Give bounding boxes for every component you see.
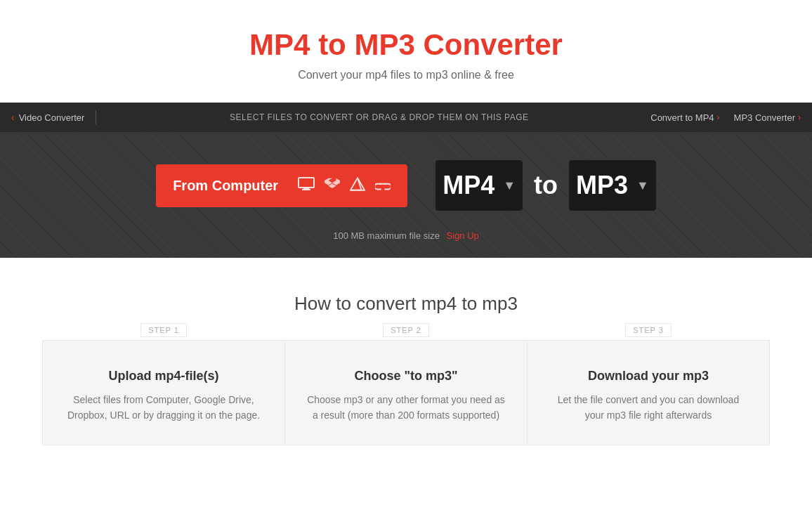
how-to-section: How to convert mp4 to mp3 STEP 1 Upload … — [0, 258, 812, 473]
step-label-wrap-1: STEP 1 — [64, 331, 263, 356]
step-title-2: Choose "to mp3" — [306, 369, 506, 384]
format-to-label: to — [534, 171, 558, 200]
svg-rect-1 — [303, 188, 309, 189]
to-format-arrow: ▼ — [636, 178, 649, 193]
page-subtitle: Convert your mp4 files to mp3 online & f… — [14, 69, 798, 81]
nav-center-text: SELECT FILES TO CONVERT OR DRAG & DROP T… — [107, 112, 650, 122]
dropbox-icon — [325, 177, 340, 195]
page-header: MP4 to MP3 Converter Convert your mp4 fi… — [0, 0, 812, 103]
chevron-right-icon-mp4: › — [717, 112, 720, 122]
steps-container: STEP 1 Upload mp4-file(s) Select files f… — [42, 340, 770, 445]
page-title: MP4 to MP3 Converter — [14, 28, 798, 62]
step-1: STEP 1 Upload mp4-file(s) Select files f… — [42, 340, 285, 445]
from-format-arrow: ▼ — [503, 178, 516, 193]
nav-divider — [96, 110, 96, 124]
step-title-3: Download your mp3 — [549, 369, 748, 384]
to-format-label: MP3 — [576, 171, 628, 200]
nav-left: ‹ Video Converter — [11, 112, 84, 123]
step-label-wrap-2: STEP 2 — [306, 331, 506, 356]
to-format-button[interactable]: MP3 ▼ — [569, 160, 656, 211]
upload-button-label: From Computer — [173, 178, 278, 194]
mp3-converter-link[interactable]: MP3 Converter › — [734, 112, 801, 123]
chevron-right-icon-mp3: › — [798, 112, 801, 122]
step-label-2: STEP 2 — [383, 323, 429, 337]
svg-marker-3 — [325, 178, 332, 185]
step-title-1: Upload mp4-file(s) — [64, 369, 263, 384]
step-label-wrap-3: STEP 3 — [549, 331, 748, 356]
svg-rect-0 — [299, 178, 314, 188]
chevron-left-icon: ‹ — [11, 112, 15, 123]
step-description-2: Choose mp3 or any other format you need … — [306, 392, 506, 424]
computer-icon — [298, 177, 315, 195]
svg-rect-2 — [302, 189, 310, 190]
max-file-size-text: 100 MB maximum file size — [333, 230, 440, 241]
converter-footer: 100 MB maximum file size Sign Up — [0, 225, 812, 258]
step-label-3: STEP 3 — [625, 323, 672, 337]
step-label-1: STEP 1 — [140, 323, 187, 337]
converter-nav: ‹ Video Converter SELECT FILES TO CONVER… — [0, 103, 812, 132]
step-description-1: Select files from Computer, Google Drive… — [64, 392, 263, 424]
google-drive-icon — [350, 177, 365, 195]
how-to-title: How to convert mp4 to mp3 — [42, 293, 770, 315]
upload-icons — [298, 177, 391, 195]
upload-button[interactable]: From Computer — [156, 164, 407, 207]
convert-to-mp4-link[interactable]: Convert to MP4 › — [650, 112, 719, 123]
link-icon — [375, 178, 391, 194]
step-description-3: Let the file convert and you can downloa… — [549, 392, 748, 424]
video-converter-link[interactable]: Video Converter — [19, 112, 85, 123]
nav-right: Convert to MP4 › MP3 Converter › — [650, 112, 801, 123]
converter-main: From Computer — [0, 132, 812, 225]
step-2: STEP 2 Choose "to mp3" Choose mp3 or any… — [285, 340, 528, 445]
from-format-label: MP4 — [443, 171, 495, 200]
step-3: STEP 3 Download your mp3 Let the file co… — [528, 340, 770, 445]
sign-up-link[interactable]: Sign Up — [447, 230, 479, 241]
svg-marker-4 — [332, 178, 340, 185]
format-selector: MP4 ▼ to MP3 ▼ — [436, 160, 656, 211]
from-format-button[interactable]: MP4 ▼ — [436, 160, 523, 211]
converter-bar: ‹ Video Converter SELECT FILES TO CONVER… — [0, 103, 812, 258]
